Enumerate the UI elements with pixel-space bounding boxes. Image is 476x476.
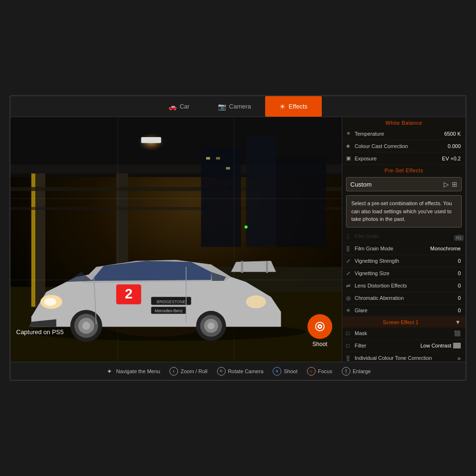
exposure-icon: ▣ (346, 155, 355, 161)
film-grain-value: 0 (458, 233, 461, 239)
garage-background: 2 BRIDGESTONE Mercedes-Benz (10, 117, 342, 362)
vignetting-strength-label: Vignetting Strength (355, 258, 458, 264)
shoot-button[interactable]: Shoot (307, 314, 332, 347)
glare-row[interactable]: ✳ Glare 0 (342, 305, 466, 317)
filter-value: Low Contrast (420, 343, 451, 348)
preset-tooltip: Select a pre-set combination of effects.… (346, 195, 462, 228)
lens-distortion-label: Lens Distortion Effects (355, 283, 458, 288)
lens-distortion-row[interactable]: ⇌ Lens Distortion Effects 0 (342, 280, 466, 292)
preset-value: Custom (350, 181, 444, 188)
vignetting-size-label: Vignetting Size (355, 270, 458, 276)
ctrl-shoot: ✕ Shoot (273, 367, 298, 376)
exposure-value: EV +0.2 (442, 156, 461, 161)
tab-car-label: Car (179, 103, 189, 110)
svg-text:2: 2 (125, 286, 132, 301)
cross-icon: ✕ (273, 367, 281, 376)
colour-cast-row[interactable]: ◈ Colour Cast Correction 0.000 (342, 140, 466, 152)
white-balance-header: White Balance (342, 117, 466, 128)
screen-effect-1-header: Screen Effect 1 (346, 319, 455, 325)
colour-tone-icon: ⣿ (346, 355, 355, 361)
bottom-bar: ✦ Navigate the Menu L Zoom / Roll R Rota… (10, 362, 466, 380)
camera-icon: 📷 (218, 103, 226, 110)
ctrl-navigate: ✦ Navigate the Menu (105, 367, 160, 376)
preset-cursor-icon: ▷ (444, 180, 449, 188)
ctrl-focus: ○ Focus (307, 367, 332, 376)
preset-effects-header: Pre-Set Effects (342, 165, 466, 175)
app-frame: L1 🚗 Car 📷 Camera ☀ Effects R1 (10, 95, 466, 381)
colour-cast-value: 0.000 (447, 143, 461, 149)
film-grain-mode-icon: ⣿ (346, 246, 355, 252)
svg-rect-30 (241, 261, 243, 273)
svg-rect-15 (276, 157, 326, 247)
tab-effects[interactable]: ☀ Effects (265, 96, 322, 117)
svg-point-20 (245, 226, 248, 228)
ctrl-rotate-label: Rotate Camera (228, 368, 264, 374)
dpad-icon: ✦ (105, 367, 114, 376)
glare-label: Glare (355, 307, 458, 313)
mask-label: Mask (355, 330, 454, 336)
svg-rect-13 (201, 147, 241, 247)
right-panel: White Balance ☀ Temperature 6500 K ◈ Col… (342, 117, 466, 362)
svg-rect-18 (226, 167, 230, 169)
vignetting-strength-value: 0 (458, 258, 461, 264)
exposure-row[interactable]: ▣ Exposure EV +0.2 (342, 152, 466, 165)
film-grain-mode-value: Monochrome (430, 246, 461, 251)
ctrl-rotate: R Rotate Camera (217, 367, 264, 376)
ctrl-shoot-label: Shoot (284, 368, 298, 374)
lens-distortion-icon: ⇌ (346, 283, 355, 289)
svg-text:Mercedes-Benz: Mercedes-Benz (155, 308, 183, 313)
zoom-icon: L (169, 367, 178, 376)
mask-icon: □ (346, 330, 355, 336)
ctrl-focus-label: Focus (318, 368, 332, 374)
vignetting-size-icon: ⤢ (346, 270, 355, 277)
temperature-row[interactable]: ☀ Temperature 6500 K (342, 128, 466, 140)
svg-point-35 (82, 322, 90, 330)
screen-effect-1-section[interactable]: Screen Effect 1 ▼ (342, 317, 466, 327)
ctrl-enlarge-label: Enlarge (353, 368, 371, 374)
vignetting-strength-row[interactable]: ⤢ Vignetting Strength 0 (342, 255, 466, 268)
vignetting-strength-icon: ⤢ (346, 258, 355, 264)
filter-icon: □ (346, 343, 355, 348)
film-grain-mode-label: Film Grain Mode (355, 246, 430, 251)
mask-row[interactable]: □ Mask ⬛ (342, 327, 466, 340)
captured-label: Captured on PS5 (16, 328, 64, 336)
rotate-icon: R (217, 367, 226, 376)
tab-camera-label: Camera (229, 103, 251, 110)
ctrl-zoom-label: Zoom / Roll (180, 368, 207, 374)
svg-rect-31 (266, 261, 268, 273)
tab-car[interactable]: 🚗 Car (154, 96, 204, 117)
chromatic-aberration-row[interactable]: ◎ Chromatic Aberration 0 (342, 292, 466, 305)
filter-thumbnail (453, 343, 461, 348)
main-content: 2 BRIDGESTONE Mercedes-Benz Captured on … (10, 117, 466, 362)
vignetting-size-row[interactable]: ⤢ Vignetting Size 0 (342, 268, 466, 280)
tooltip-text: Select a pre-set combination of effects.… (351, 200, 452, 222)
enlarge-icon: ⣿ (342, 367, 350, 376)
top-nav: L1 🚗 Car 📷 Camera ☀ Effects R1 (10, 96, 466, 117)
colour-cast-icon: ◈ (346, 143, 355, 149)
viewport: 2 BRIDGESTONE Mercedes-Benz Captured on … (10, 117, 342, 362)
exposure-label: Exposure (355, 156, 442, 161)
colour-tone-row[interactable]: ⣿ Individual Colour Tone Correction » (342, 352, 466, 362)
temperature-label: Temperature (355, 131, 444, 137)
vignetting-size-value: 0 (458, 270, 461, 276)
chromatic-aberration-value: 0 (458, 295, 461, 301)
chromatic-aberration-label: Chromatic Aberration (355, 295, 458, 301)
svg-rect-14 (246, 137, 276, 247)
svg-point-28 (44, 298, 56, 306)
svg-rect-17 (216, 157, 220, 159)
colour-cast-label: Colour Cast Correction (355, 143, 447, 149)
ctrl-zoom: L Zoom / Roll (169, 367, 207, 376)
car-icon: 🚗 (169, 103, 177, 110)
film-grain-row[interactable]: ⣿ Film Grain 0 (342, 230, 466, 243)
chromatic-aberration-icon: ◎ (346, 295, 355, 301)
filter-row[interactable]: □ Filter Low Contrast (342, 340, 466, 352)
colour-tone-label: Individual Colour Tone Correction (355, 355, 456, 361)
camera-shutter-icon (314, 321, 326, 332)
svg-point-29 (246, 295, 266, 308)
glare-value: 0 (458, 307, 461, 313)
glare-icon: ✳ (346, 307, 355, 314)
film-grain-mode-row[interactable]: ⣿ Film Grain Mode Monochrome (342, 243, 466, 255)
tab-camera[interactable]: 📷 Camera (204, 96, 265, 117)
preset-dropdown[interactable]: Custom ▷ ⊞ (346, 177, 462, 191)
mask-value: ⬛ (454, 330, 461, 337)
